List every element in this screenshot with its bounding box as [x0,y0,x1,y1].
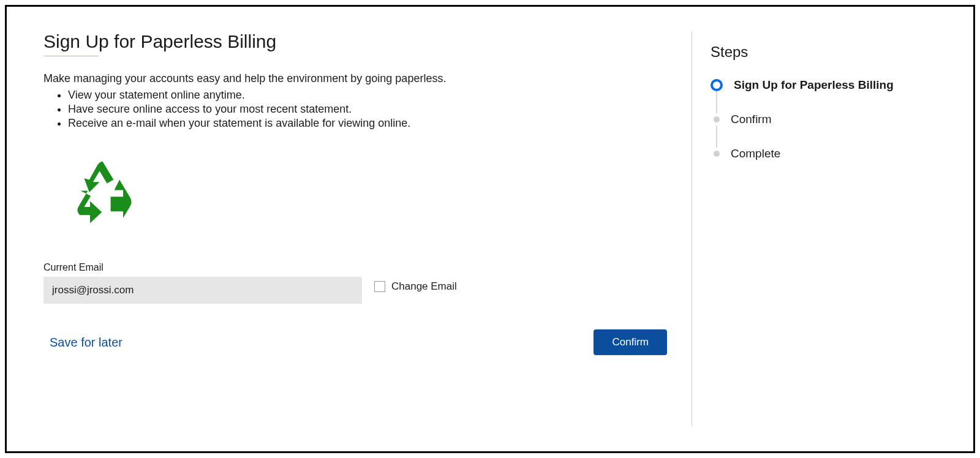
page-title: Sign Up for Paperless Billing [43,31,667,52]
intro-text: Make managing your accounts easy and hel… [43,72,667,85]
step-connector [716,126,717,148]
benefit-item: Receive an e-mail when your statement is… [68,117,667,130]
benefit-item: View your statement online anytime. [68,89,667,102]
page-frame: Sign Up for Paperless Billing Make manag… [5,5,975,453]
email-row: Change Email [43,277,667,304]
step-marker-active-icon [710,79,723,91]
email-input[interactable] [43,277,362,304]
step-label: Confirm [731,113,772,126]
recycle-icon-wrap [68,156,667,231]
email-field-label: Current Email [43,262,667,273]
title-underline [43,56,99,56]
email-section: Current Email Change Email [43,262,667,304]
step-marker-inactive-icon [714,151,720,157]
change-email-label: Change Email [391,280,457,293]
step-label: Sign Up for Paperless Billing [734,79,894,91]
save-for-later-link[interactable]: Save for later [43,336,123,350]
step-connector [716,91,717,113]
step-label: Complete [731,148,780,160]
steps-sidebar: Steps Sign Up for Paperless Billing Conf… [692,31,937,427]
steps-heading: Steps [710,43,937,61]
benefit-item: Have secure online access to your most r… [68,103,667,116]
recycle-icon [68,220,141,231]
steps-list: Sign Up for Paperless Billing Confirm Co… [710,79,937,160]
confirm-button[interactable]: Confirm [594,329,667,355]
main-content: Sign Up for Paperless Billing Make manag… [43,31,692,427]
action-row: Save for later Confirm [43,329,667,355]
change-email-option: Change Email [374,280,457,293]
step-item-confirm: Confirm [710,113,937,126]
benefits-list: View your statement online anytime. Have… [43,88,667,131]
step-item-signup: Sign Up for Paperless Billing [710,79,937,91]
change-email-checkbox[interactable] [374,281,385,292]
step-marker-inactive-icon [714,116,720,122]
step-item-complete: Complete [710,148,937,160]
